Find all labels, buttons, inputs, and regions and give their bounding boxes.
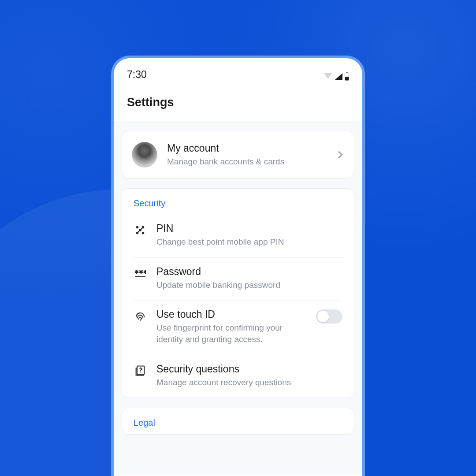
password-icon: ✱✱✱ [134,267,147,280]
svg-text:✱✱✱: ✱✱✱ [134,269,146,275]
pin-icon [134,223,147,237]
status-time: 7:30 [127,69,147,81]
svg-point-9 [140,371,141,372]
touch-id-toggle[interactable] [316,309,342,324]
security-section-header: Security [122,189,354,215]
my-account-row[interactable]: My account Manage bank accounts & cards [122,131,354,178]
security-questions-row[interactable]: Security questions Manage account recove… [122,355,354,398]
content-area: My account Manage bank accounts & cards … [114,121,362,475]
password-subtitle: Update mobile banking password [156,279,342,291]
phone-frame: 7:30 Settings My account Manage bank acc… [111,56,365,476]
account-title: My account [167,142,327,154]
security-card: Security PIN Change best point mobile ap… [122,188,354,398]
account-text: My account Manage bank accounts & cards [167,142,327,167]
status-bar: 7:30 [114,58,362,82]
chevron-right-icon [335,151,343,159]
pin-row[interactable]: PIN Change best point mobile app PIN [122,215,354,257]
touch-id-row[interactable]: Use touch ID Use fingerprint for confirm… [122,301,354,354]
touch-id-subtitle: Use fingerprint for confirming your iden… [156,322,306,345]
touch-id-title: Use touch ID [156,309,306,320]
battery-icon [345,73,349,81]
password-row[interactable]: ✱✱✱ Password Update mobile banking passw… [122,258,354,301]
legal-card: Legal [122,408,354,435]
security-questions-subtitle: Manage account recovery questions [156,377,342,388]
avatar [132,142,157,167]
svg-point-0 [137,227,138,228]
fingerprint-icon [134,309,147,323]
cellular-icon [335,73,342,80]
account-card: My account Manage bank accounts & cards [122,131,354,178]
pin-subtitle: Change best point mobile app PIN [156,236,342,248]
svg-point-3 [142,232,144,234]
security-questions-icon [134,364,147,377]
security-questions-title: Security questions [156,363,342,375]
page-title: Settings [127,96,349,109]
page-header: Settings [114,82,362,121]
password-title: Password [156,266,342,278]
pin-title: PIN [156,223,342,234]
wifi-icon [324,73,332,79]
account-subtitle: Manage bank accounts & cards [167,156,327,167]
status-icons [324,73,349,81]
legal-section-header: Legal [122,408,354,434]
